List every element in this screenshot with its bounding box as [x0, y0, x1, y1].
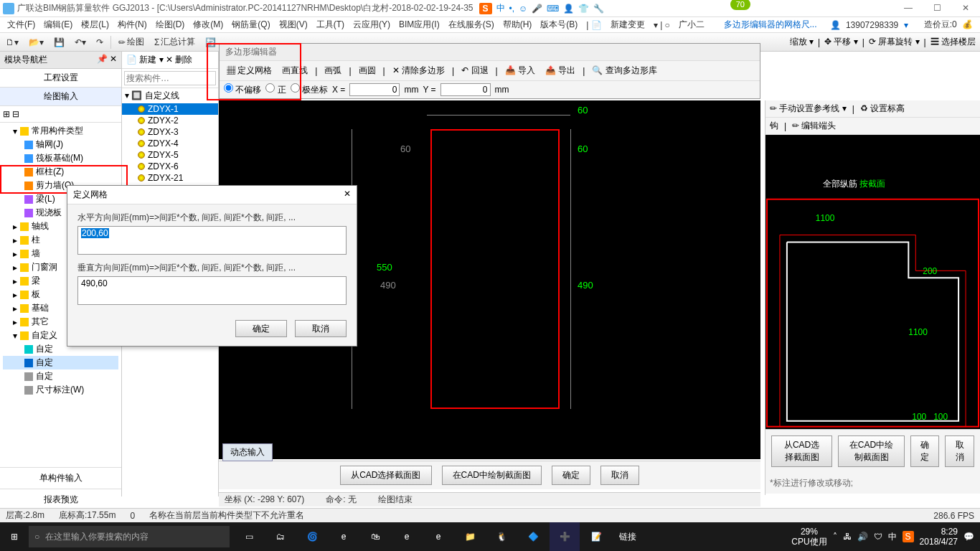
draw-input-button[interactable]: 绘图输入 [0, 88, 121, 106]
link-text[interactable]: 链接 [613, 522, 643, 551]
menu-floor[interactable]: 楼层(L) [78, 17, 112, 32]
x-input[interactable] [349, 83, 400, 96]
list-item[interactable]: ZDYX-5 [122, 149, 218, 161]
menu-view[interactable]: 视图(V) [276, 17, 311, 32]
collapse-icon[interactable]: ⊟ [12, 109, 19, 119]
folder-icon[interactable]: 📁 [455, 522, 485, 551]
rp-ok-button[interactable]: 确定 [910, 435, 940, 467]
node-axis[interactable]: 轴网(J) [36, 138, 63, 151]
del-comp-btn[interactable]: ✕ 删除 [166, 55, 192, 65]
project-settings-button[interactable]: 工程设置 [0, 69, 121, 88]
rp-from-cad-button[interactable]: 从CAD选择截面图 [771, 435, 832, 467]
tray-shield-icon[interactable]: 🛡 [874, 532, 882, 542]
tray-sogou-icon[interactable]: S [903, 531, 914, 542]
minimize-button[interactable]: — [894, 0, 923, 16]
node-raft[interactable]: 筏板基础(M) [36, 152, 83, 164]
tray-net-icon[interactable]: 🖧 [843, 532, 852, 542]
new-change-button[interactable]: 新建变更 [608, 17, 648, 32]
menu-file[interactable]: 文件(F) [4, 17, 38, 32]
list-item[interactable]: ZDYX-21 [122, 172, 218, 184]
canvas-ok-button[interactable]: 确定 [552, 466, 590, 485]
node-dim[interactable]: 尺寸标注(W) [36, 384, 84, 396]
node-col[interactable]: 柱 [32, 234, 40, 246]
list-item[interactable]: ZDYX-4 [122, 138, 218, 149]
export-button[interactable]: 📤 导出 [542, 63, 578, 78]
cpu-meter[interactable]: 29%CPU使用 [791, 527, 826, 547]
action-center-icon[interactable]: 💬 [963, 532, 974, 542]
explorer-icon[interactable]: 🗂 [265, 522, 296, 551]
ime-keyboard-icon[interactable]: ⌨ [547, 4, 559, 14]
ime-tool-icon[interactable]: 🔧 [593, 4, 604, 14]
menu-edit[interactable]: 编辑(E) [41, 17, 75, 32]
ie-icon[interactable]: e [423, 522, 453, 551]
node-custom[interactable]: 自定义 [32, 329, 57, 342]
expand-icon[interactable]: ⊞ [3, 109, 10, 119]
tray-up-icon[interactable]: ˄ [833, 532, 837, 542]
undo-poly-button[interactable]: ↶ 回退 [458, 63, 491, 78]
taskbar-search[interactable]: ○ 在这里输入你要搜索的内容 [29, 526, 230, 547]
edit-end-button[interactable]: ✏ 编辑端头 [792, 120, 836, 132]
y-input[interactable] [440, 83, 491, 96]
dynamic-input-button[interactable]: 动态输入 [222, 443, 273, 461]
rp-cancel-button[interactable]: 取消 [945, 435, 974, 467]
node-c2[interactable]: 自定 [36, 357, 53, 369]
ime-user-icon[interactable]: 👤 [563, 4, 574, 14]
import-button[interactable]: 📥 导入 [502, 63, 538, 78]
undo-icon[interactable]: ↶▾ [72, 36, 89, 49]
clear-poly-button[interactable]: ✕ 清除多边形 [390, 63, 448, 78]
normal-radio[interactable]: 正 [265, 83, 286, 96]
ime-emoji-icon[interactable]: ☺ [519, 4, 527, 14]
section-canvas[interactable]: 全部纵筋 按截面 200 1100 1100 100 100 [765, 135, 980, 429]
new-file-icon[interactable]: 🗋▾ [3, 36, 22, 49]
list-item[interactable]: ZDYX-2 [122, 115, 218, 126]
redo-icon[interactable]: ↷ [93, 36, 106, 49]
draw-button[interactable]: ✏ 绘图 [116, 34, 147, 50]
no-offset-radio[interactable]: 不偏移 [224, 83, 261, 96]
node-found[interactable]: 基础 [32, 302, 49, 314]
draw-arc-button[interactable]: 画弧 [321, 63, 344, 78]
menu-help[interactable]: 帮助(H) [500, 17, 535, 32]
hook-button[interactable]: 钩 [770, 120, 778, 132]
ggj-icon[interactable]: ➕ [550, 522, 580, 551]
dialog-close-icon[interactable]: ✕ [344, 189, 351, 201]
node-c3[interactable]: 自定 [36, 370, 53, 382]
menu-rebar[interactable]: 钢筋量(Q) [229, 17, 273, 32]
ime-lang[interactable]: 中 [496, 2, 505, 14]
menu-bim[interactable]: BIM应用(I) [396, 17, 443, 32]
sum-button[interactable]: Σ 汇总计算 [151, 34, 198, 50]
node-axisline[interactable]: 轴线 [32, 220, 49, 232]
poly-tip-link[interactable]: 多边形编辑器的网格尺... [721, 17, 820, 32]
dialog-ok-button[interactable]: 确定 [235, 320, 287, 337]
dialog-cancel-button[interactable]: 取消 [295, 320, 347, 337]
node-beam2[interactable]: 梁 [32, 275, 40, 287]
menu-tool[interactable]: 工具(T) [314, 17, 347, 32]
store-icon[interactable]: 🛍 [360, 522, 390, 551]
qq-icon[interactable]: 🐧 [486, 522, 517, 551]
canvas-cancel-button[interactable]: 取消 [600, 466, 639, 485]
node-slab[interactable]: 现浇板 [36, 207, 62, 219]
ime-toolbar[interactable]: S 中 •, ☺ 🎤 ⌨ 👤 👕 🔧 [479, 2, 605, 14]
node-column[interactable]: 框柱(Z) [36, 166, 64, 178]
single-input-button[interactable]: 单构件输入 [0, 467, 121, 489]
node-beam[interactable]: 梁(L) [36, 193, 55, 205]
tray-ime[interactable]: 中 [888, 531, 897, 543]
list-item[interactable]: ZDYX-1 [122, 103, 218, 115]
edge2-icon[interactable]: e [392, 522, 422, 551]
note-icon[interactable]: 📝 [581, 522, 611, 551]
ime-mic-icon[interactable]: 🎤 [532, 4, 542, 14]
node-opening[interactable]: 门窗洞 [32, 261, 57, 273]
tray-vol-icon[interactable]: 🔊 [857, 532, 868, 542]
menu-modify[interactable]: 修改(M) [190, 17, 226, 32]
polar-radio[interactable]: 极坐标 [291, 83, 328, 96]
menu-component[interactable]: 构件(N) [115, 17, 150, 32]
rotate-button[interactable]: ⟳ 屏幕旋转 ▾ [869, 36, 920, 48]
taskbar-clock[interactable]: 8:292018/4/27 [920, 527, 958, 547]
list-item[interactable]: ZDYX-3 [122, 126, 218, 138]
app1-icon[interactable]: 🌀 [297, 522, 327, 551]
user-radio[interactable]: 广小二 [676, 17, 707, 32]
node-other[interactable]: 其它 [32, 316, 49, 328]
ime-skin-icon[interactable]: 👕 [578, 4, 589, 14]
app2-icon[interactable]: 🔷 [518, 522, 548, 551]
menu-cloud[interactable]: 云应用(Y) [350, 17, 393, 32]
notify-badge[interactable]: 70 [730, 0, 750, 10]
